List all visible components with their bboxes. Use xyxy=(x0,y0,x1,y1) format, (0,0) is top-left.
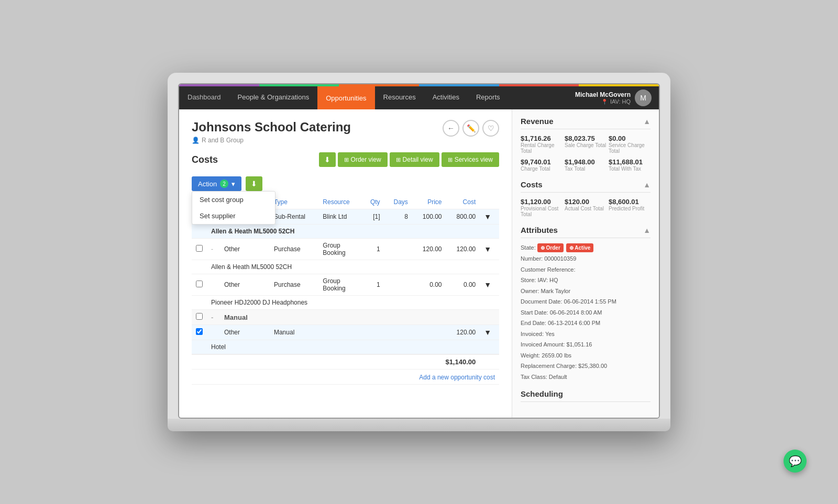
row-days xyxy=(384,239,412,260)
costs-title: Costs xyxy=(521,180,543,189)
set-cost-group-item[interactable]: Set cost group xyxy=(192,192,275,208)
view-buttons: ⬇ ⊞ Order view ⊞ Detail view ⊞ Services … xyxy=(319,152,499,167)
action-chevron-icon: ▾ xyxy=(231,180,235,188)
row-expand-icon[interactable]: ▼ xyxy=(480,209,499,225)
revenue-grid: $1,716.26 Rental Charge Total $8,023.75 … xyxy=(521,135,650,172)
row-checkbox[interactable] xyxy=(196,245,203,252)
rev-value: $0.00 xyxy=(609,135,650,142)
row-qty xyxy=(362,325,384,340)
row-cost-group: Other xyxy=(220,325,270,340)
attr-store: Store: IAV: HQ xyxy=(521,276,650,285)
detail-view-button[interactable]: ⊞ Detail view xyxy=(390,152,439,167)
rev-value: $8,023.75 xyxy=(565,135,607,142)
table-row: Allen & Heath ML5000 52CH xyxy=(192,225,499,239)
col-header-cost: Cost xyxy=(446,195,480,209)
row-cost-group: Other xyxy=(220,239,270,260)
row-indent xyxy=(207,274,220,296)
costs-grid: $1,120.00 Provisional Cost Total $120.00… xyxy=(521,198,650,217)
total-row: $1,140.00 xyxy=(192,354,499,369)
action-dropdown-button[interactable]: Action 2 ▾ xyxy=(192,176,241,191)
costs-collapse-button[interactable]: ▲ xyxy=(643,181,650,189)
rev-value: $1,948.00 xyxy=(565,158,607,166)
nav-item-activities[interactable]: Activities xyxy=(424,86,468,109)
row-cost: 0.00 xyxy=(446,274,480,296)
row-price: 0.00 xyxy=(412,274,446,296)
row-expand-icon[interactable]: ▼ xyxy=(480,325,499,340)
active-icon: ⊕ xyxy=(569,245,574,251)
costs-section-header: Costs ▲ xyxy=(521,180,650,193)
state-active-badge: ⊕ Active xyxy=(566,243,593,252)
attributes-title: Attributes xyxy=(521,226,558,234)
add-cost-link[interactable]: Add a new opportunity cost xyxy=(192,369,499,385)
attr-customer-ref: Customer Reference: xyxy=(521,265,650,274)
services-view-icon: ⊞ xyxy=(448,156,453,163)
services-view-button[interactable]: ⊞ Services view xyxy=(442,152,499,167)
nav-item-resources[interactable]: Resources xyxy=(375,86,424,109)
action-dropdown-menu: Set cost group Set supplier xyxy=(192,191,275,225)
row-days: 8 xyxy=(384,209,412,225)
rev-tax-total: $1,948.00 Tax Total xyxy=(565,158,607,172)
content-area: Johnsons School Catering 👤 R and B Group… xyxy=(179,109,512,418)
revenue-collapse-button[interactable]: ▲ xyxy=(643,117,650,126)
attr-weight: Weight: 2659.00 lbs xyxy=(521,351,650,360)
action-count-badge: 2 xyxy=(220,180,228,188)
group-header-row: - Manual xyxy=(192,310,499,325)
rev-sale-charge: $8,023.75 Sale Charge Total xyxy=(565,135,607,154)
group-checkbox[interactable] xyxy=(196,313,203,320)
rev-value: $11,688.01 xyxy=(609,158,650,166)
row-resource: GroupBooking xyxy=(318,274,362,296)
total-empty xyxy=(480,354,499,369)
action-dropdown-wrapper: Action 2 ▾ Set cost group Set supplier xyxy=(192,176,241,191)
user-location: 📍 IAV: HQ xyxy=(575,98,631,105)
people-icon: 👤 xyxy=(192,137,200,144)
row-price xyxy=(412,325,446,340)
attr-owner: Owner: Mark Taylor xyxy=(521,287,650,296)
attributes-collapse-button[interactable]: ▲ xyxy=(643,226,650,234)
row-qty: 1 xyxy=(362,239,384,260)
row-type: Purchase xyxy=(270,274,318,296)
row-checkbox[interactable] xyxy=(196,281,203,287)
row-expand-icon[interactable]: ▼ xyxy=(480,239,499,260)
nav-item-dashboard[interactable]: Dashboard xyxy=(179,86,229,109)
chat-button[interactable]: 💬 xyxy=(784,450,807,473)
cost-actual: $120.00 Actual Cost Total xyxy=(565,198,607,217)
action-label: Action xyxy=(198,180,217,188)
sidebar: Revenue ▲ $1,716.26 Rental Charge Total … xyxy=(512,109,659,418)
scheduling-title: Scheduling xyxy=(521,389,563,398)
order-view-button[interactable]: ⊞ Order view xyxy=(338,152,388,167)
map-pin-icon: 📍 xyxy=(601,99,608,105)
row-days xyxy=(384,274,412,296)
row-name: Allen & Heath ML5000 52CH xyxy=(207,225,499,239)
row-qty: [1] xyxy=(362,209,384,225)
back-button[interactable]: ← xyxy=(443,120,459,137)
nav-item-opportunities[interactable]: Opportunities xyxy=(317,86,374,109)
rev-service-charge: $0.00 Service Charge Total xyxy=(609,135,650,154)
col-header-action xyxy=(480,195,499,209)
row-checkbox[interactable] xyxy=(196,328,203,335)
revenue-section-header: Revenue ▲ xyxy=(521,117,650,129)
set-supplier-item[interactable]: Set supplier xyxy=(192,208,275,224)
col-header-price: Price xyxy=(412,195,446,209)
order-icon: ⊕ xyxy=(541,245,545,251)
table-row: Allen & Heath ML5000 52CH xyxy=(192,260,499,274)
favorite-button[interactable]: ♡ xyxy=(482,120,499,137)
nav-item-reports[interactable]: Reports xyxy=(468,86,509,109)
action-download-button[interactable]: ⬇ xyxy=(246,176,262,191)
rev-label: Provisional Cost Total xyxy=(521,206,563,217)
edit-button[interactable]: ✏️ xyxy=(462,120,479,137)
rev-value: $1,716.26 xyxy=(521,135,563,142)
group-dash: - xyxy=(207,310,220,325)
table-row: Other Manual 120.00 ▼ xyxy=(192,325,499,340)
attributes-section-header: Attributes ▲ xyxy=(521,226,650,238)
rev-with-tax: $11,688.01 Total With Tax xyxy=(609,158,650,172)
table-row: Pioneer HDJ2000 DJ Headphones xyxy=(192,296,499,310)
costs-download-button[interactable]: ⬇ xyxy=(319,152,336,167)
row-name: Pioneer HDJ2000 DJ Headphones xyxy=(207,296,499,310)
row-expand-icon[interactable]: ▼ xyxy=(480,274,499,296)
nav-item-people[interactable]: People & Organizations xyxy=(229,86,318,109)
user-name: Michael McGovern xyxy=(575,91,631,98)
detail-view-icon: ⊞ xyxy=(396,156,401,163)
rev-label: Actual Cost Total xyxy=(565,206,607,211)
section-title: Costs xyxy=(192,154,218,165)
row-dash: - xyxy=(207,239,220,260)
